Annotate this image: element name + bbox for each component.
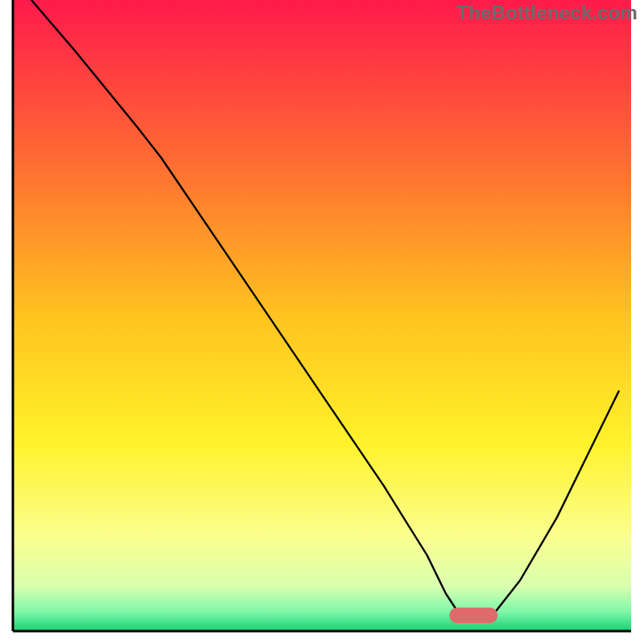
bottleneck-plot-svg	[0, 0, 644, 644]
chart-container: TheBottleneck.com	[0, 0, 644, 644]
gradient-background	[13, 0, 631, 631]
target-marker	[449, 608, 497, 623]
watermark-text: TheBottleneck.com	[456, 2, 638, 24]
